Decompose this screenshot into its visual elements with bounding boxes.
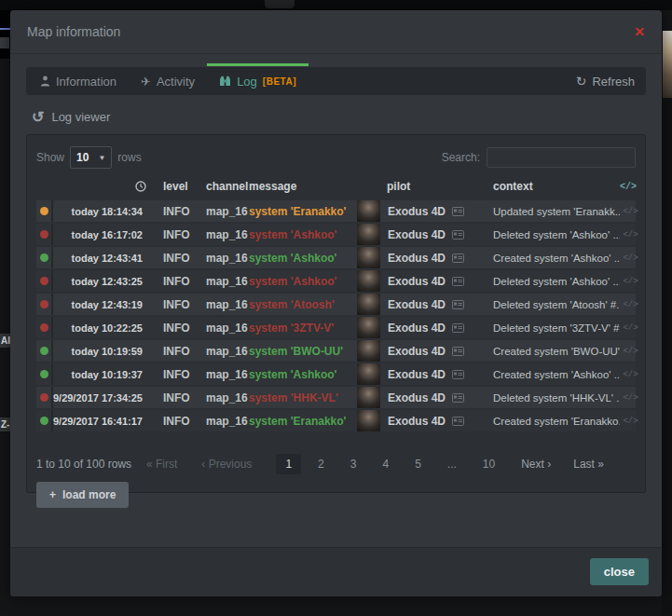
- table-row[interactable]: today 12:43:19 INFO map_16 system 'Atoos…: [36, 294, 636, 315]
- context-column-header[interactable]: context: [493, 180, 620, 193]
- page-buttons: 12345...10: [276, 454, 512, 474]
- pilot-name: Exodus 4D: [388, 415, 446, 428]
- channel-column-header[interactable]: channel: [206, 180, 249, 193]
- page-button-1[interactable]: 1: [276, 454, 301, 474]
- log-channel: map_16: [206, 270, 249, 292]
- log-level: INFO: [146, 247, 206, 268]
- search-label: Search:: [442, 151, 480, 164]
- log-message: system 'Ashkoo': [249, 363, 357, 385]
- page-button-5[interactable]: 5: [405, 454, 431, 474]
- log-message: system 'Eranakko': [249, 410, 357, 431]
- log-message: system 'HHK-VL': [249, 387, 357, 408]
- log-channel: map_16: [206, 317, 249, 338]
- page-button-...: ...: [438, 454, 466, 474]
- backdrop-right-strip: [662, 98, 672, 616]
- code-icon: </>: [620, 247, 641, 268]
- background-map-shape: [0, 37, 9, 48]
- previous-page-button[interactable]: ‹ Previous: [201, 458, 252, 471]
- load-more-button[interactable]: + load more: [36, 482, 129, 508]
- tab-information[interactable]: Information: [28, 67, 129, 95]
- pilot-column-header[interactable]: pilot: [381, 180, 493, 193]
- pilot-avatar: [357, 387, 380, 408]
- log-context: Created system 'Eranakko...: [493, 410, 620, 431]
- pagination: 1 to 10 of 100 rows « First ‹ Previous 1…: [36, 454, 636, 474]
- table-row[interactable]: 09/29/2017 17:34:25 INFO map_16 system '…: [36, 387, 636, 408]
- page-size-select[interactable]: 10 ▼: [70, 146, 112, 169]
- tab-log[interactable]: Log [BETA]: [207, 67, 309, 95]
- table-row[interactable]: today 12:43:41 INFO map_16 system 'Ashko…: [36, 247, 636, 268]
- log-channel: map_16: [206, 363, 249, 385]
- dialog-footer: close: [10, 547, 662, 596]
- pilot-name: Exodus 4D: [388, 322, 446, 335]
- table-row[interactable]: today 16:17:02 INFO map_16 system 'Ashko…: [36, 224, 636, 245]
- level-column-header[interactable]: level: [146, 180, 206, 193]
- pilot-name: Exodus 4D: [388, 391, 446, 404]
- table-body: today 18:14:34 INFO map_16 system 'Erana…: [36, 200, 636, 431]
- status-dot: [40, 253, 48, 262]
- history-icon: ↺: [32, 108, 44, 126]
- dialog-body: Information ✈ Activity Log [BETA] ↻ Refr…: [10, 54, 662, 493]
- close-icon[interactable]: ✕: [634, 24, 645, 39]
- table-row[interactable]: today 12:43:25 INFO map_16 system 'Ashko…: [36, 270, 636, 292]
- tab-activity-label: Activity: [157, 75, 195, 89]
- page-button-3[interactable]: 3: [341, 454, 366, 474]
- log-time: 09/29/2017 16:41:17: [53, 410, 146, 431]
- code-icon: </>: [620, 387, 641, 408]
- map-information-dialog: Map information ✕ Information ✈ Activity: [10, 10, 662, 596]
- next-page-button[interactable]: Next ›: [521, 458, 551, 471]
- pilot-avatar: [357, 410, 380, 431]
- log-level: INFO: [146, 340, 206, 362]
- first-page-button[interactable]: « First: [146, 458, 177, 471]
- log-channel: map_16: [206, 294, 249, 315]
- show-label: Show: [36, 151, 64, 164]
- search-input[interactable]: [487, 147, 636, 168]
- log-table-panel: Show 10 ▼ rows Search:: [26, 134, 646, 493]
- message-column-header[interactable]: message: [249, 180, 357, 193]
- log-message: system 'Ashkoo': [249, 270, 357, 292]
- page-button-4[interactable]: 4: [373, 454, 398, 474]
- refresh-button[interactable]: ↻ Refresh: [576, 74, 644, 89]
- pilot-avatar: [357, 224, 380, 245]
- log-level: INFO: [146, 363, 206, 385]
- pilot-avatar: [357, 294, 380, 315]
- tab-activity[interactable]: ✈ Activity: [129, 67, 207, 95]
- pilot-name: Exodus 4D: [388, 252, 446, 265]
- pilot-avatar: [357, 363, 380, 385]
- last-page-button[interactable]: Last »: [573, 458, 604, 471]
- status-dot: [40, 207, 48, 215]
- code-icon: </>: [620, 410, 641, 431]
- dialog-header: Map information ✕: [10, 10, 662, 54]
- table-row[interactable]: 09/29/2017 16:41:17 INFO map_16 system '…: [36, 410, 636, 431]
- id-card-icon: [452, 300, 464, 309]
- close-button[interactable]: close: [590, 558, 649, 585]
- log-message: system 'Eranakko': [249, 200, 357, 222]
- time-column-header[interactable]: [53, 181, 146, 192]
- table-row[interactable]: today 10:22:25 INFO map_16 system '3ZTV-…: [36, 317, 636, 338]
- tab-information-label: Information: [56, 75, 117, 89]
- beta-badge: [BETA]: [263, 76, 296, 87]
- id-card-icon: [452, 417, 464, 426]
- status-dot: [40, 370, 48, 378]
- background-map-line: [0, 28, 10, 30]
- pilot-name: Exodus 4D: [388, 345, 446, 358]
- pilot-name: Exodus 4D: [388, 205, 446, 218]
- page-button-2[interactable]: 2: [309, 454, 334, 474]
- background-portrait-fragment: [663, 31, 672, 98]
- pagination-summary: 1 to 10 of 100 rows: [36, 458, 146, 471]
- log-message: system 'Ashkoo': [249, 224, 357, 245]
- table-row[interactable]: today 18:14:34 INFO map_16 system 'Erana…: [36, 200, 636, 222]
- pilot-name: Exodus 4D: [388, 275, 446, 288]
- log-context: Created system 'Ashkoo' ...: [493, 363, 620, 385]
- log-level: INFO: [146, 294, 206, 315]
- table-row[interactable]: today 10:19:59 INFO map_16 system 'BWO-U…: [36, 340, 636, 362]
- code-icon: </>: [620, 294, 641, 315]
- plane-icon: ✈: [141, 75, 151, 89]
- log-level: INFO: [146, 224, 206, 245]
- table-row[interactable]: today 10:19:37 INFO map_16 system 'Ashko…: [36, 363, 636, 385]
- refresh-label: Refresh: [592, 75, 635, 89]
- id-card-icon: [452, 253, 464, 263]
- pilot-avatar: [357, 200, 380, 222]
- log-context: Created system 'Ashkoo' ...: [493, 247, 620, 268]
- page-button-10[interactable]: 10: [473, 454, 504, 474]
- log-viewer-title: Log viewer: [51, 110, 110, 124]
